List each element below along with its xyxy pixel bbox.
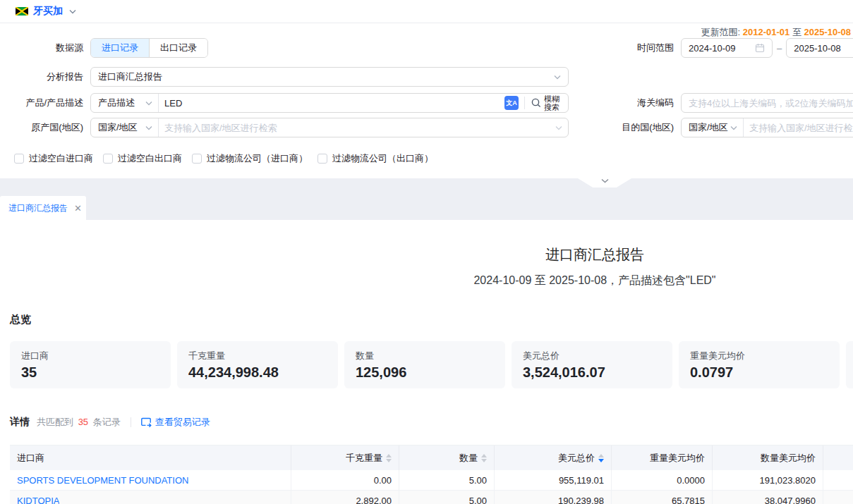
checkbox-box-icon[interactable]	[14, 154, 24, 164]
chevron-down-icon	[145, 125, 152, 130]
detail-header-row: 详情 共匹配到 35 条记录 查看贸易记录	[10, 416, 853, 429]
value-cell: 38,047.9960	[713, 491, 823, 504]
column-header[interactable]: 数量	[399, 445, 495, 470]
card-label: 进口商	[21, 350, 159, 362]
translate-icon[interactable]: 文A	[504, 96, 519, 110]
importer-table: 进口商千克重量数量美元总价重量美元均价数量美元均价 SPORTS DEVELOP…	[10, 445, 853, 504]
destination-compound-field: 国家/地区	[681, 118, 853, 137]
fuzzy-search-button[interactable]: 模糊搜索	[531, 94, 562, 111]
time-range-label: 时间范围	[614, 42, 681, 54]
tab-importer-summary-report[interactable]: 进口商汇总报告 ✕	[0, 196, 86, 220]
sort-desc-icon	[598, 459, 604, 462]
collapse-panel-handle[interactable]	[578, 178, 631, 188]
chevron-down-icon	[554, 75, 561, 80]
checkbox-box-icon[interactable]	[103, 154, 113, 164]
tab-export-records[interactable]: 出口记录	[149, 39, 207, 57]
checkbox-label: 过滤空白出口商	[118, 152, 182, 165]
data-source-label: 数据源	[0, 42, 90, 54]
destination-country-input[interactable]	[749, 123, 853, 133]
chevron-down-icon[interactable]	[69, 9, 76, 14]
value-cell: 65.7815	[612, 491, 713, 504]
divider	[131, 417, 131, 427]
date-end-input[interactable]: 2025-10-08	[786, 38, 853, 58]
importer-link[interactable]: KIDTOPIA	[17, 496, 59, 504]
card-value: 125,096	[356, 364, 494, 381]
topbar: 牙买加	[0, 0, 853, 23]
sort-asc-icon	[481, 454, 487, 457]
view-trade-records-label: 查看贸易记录	[155, 416, 210, 429]
origin-type-select[interactable]: 国家/地区	[91, 118, 159, 137]
empty-cell	[823, 470, 853, 490]
column-header-label: 数量美元均价	[761, 452, 816, 465]
card-label: 数量	[356, 350, 494, 362]
sort-caret-icon[interactable]	[386, 454, 392, 462]
column-header[interactable]: 千克重量	[291, 445, 399, 470]
column-header-label: 千克重量	[346, 452, 382, 465]
checkbox-box-icon[interactable]	[192, 154, 202, 164]
report-subtitle: 2024-10-09 至 2025-10-08，产品描述包含"LED"	[0, 273, 853, 288]
column-header[interactable]: 美元总价	[495, 445, 612, 470]
origin-country-input[interactable]	[164, 123, 555, 133]
analysis-report-value: 进口商汇总报告	[98, 70, 162, 83]
overview-card: 重量美元均价0.0797	[679, 341, 840, 388]
overview-card: 进口商35	[10, 341, 171, 388]
search-icon	[531, 97, 542, 109]
card-label: 重量美元均价	[690, 350, 828, 362]
column-header: 进口商	[10, 445, 291, 470]
overview-card: 千克重量44,234,998.48	[177, 341, 338, 388]
value-cell: 190,239.98	[495, 491, 612, 504]
date-start-input[interactable]: 2024-10-09	[681, 38, 773, 58]
value-cell: 955,119.01	[495, 470, 612, 490]
filter-checkboxes: 过滤空白进口商过滤空白出口商过滤物流公司（进口商）过滤物流公司（出口商）	[14, 152, 433, 165]
importer-cell: KIDTOPIA	[10, 491, 291, 504]
column-header: 数量美元均价	[713, 445, 823, 470]
product-type-select[interactable]: 产品描述	[91, 94, 159, 112]
card-value: 3,524,016.07	[523, 364, 661, 381]
analysis-report-select[interactable]: 进口商汇总报告	[90, 67, 569, 87]
filter-checkbox[interactable]: 过滤空白出口商	[103, 152, 182, 165]
overview-card: 数量125,096	[344, 341, 505, 388]
column-header-label: 重量美元均价	[650, 452, 705, 465]
card-value: 44,234,998.48	[188, 364, 327, 381]
calendar-icon	[755, 43, 765, 53]
tab-import-records[interactable]: 进口记录	[91, 39, 149, 57]
match-prefix: 共匹配到	[37, 417, 73, 427]
sort-caret-icon[interactable]	[598, 454, 604, 462]
jamaica-flag-icon	[16, 7, 28, 16]
sort-asc-icon	[598, 454, 604, 457]
update-range-start: 2012-01-01	[743, 27, 790, 37]
update-range-note: 更新范围: 2012-01-01 至 2025-10-08	[614, 26, 851, 39]
column-header-label: 进口商	[17, 452, 44, 465]
chevron-down-icon	[601, 178, 609, 183]
tab-strip: 进口商汇总报告 ✕	[0, 178, 853, 220]
checkbox-label: 过滤物流公司（进口商）	[207, 152, 308, 165]
date-range-separator: –	[777, 43, 782, 54]
value-cell: 0.00	[291, 470, 399, 490]
table-header-row: 进口商千克重量数量美元总价重量美元均价数量美元均价	[10, 445, 853, 470]
product-description-input[interactable]	[164, 98, 504, 109]
tab-label: 进口商汇总报告	[8, 202, 68, 214]
card-label: 千克重量	[188, 350, 327, 362]
match-count: 35	[78, 417, 88, 427]
filter-checkbox[interactable]: 过滤物流公司（出口商）	[317, 152, 433, 165]
value-cell: 5.00	[399, 491, 495, 504]
trade-records-icon	[141, 417, 152, 427]
hs-code-input[interactable]	[689, 98, 853, 109]
filter-checkbox[interactable]: 过滤空白进口商	[14, 152, 93, 165]
value-cell: 0.0000	[612, 470, 713, 490]
overview-card	[846, 341, 853, 388]
table-body: SPORTS DEVELOPMENT FOUNDATION0.005.00955…	[10, 470, 853, 504]
divider	[524, 97, 525, 109]
filter-checkbox[interactable]: 过滤物流公司（进口商）	[192, 152, 308, 165]
sort-caret-icon[interactable]	[481, 454, 487, 462]
destination-type-select[interactable]: 国家/地区	[682, 118, 744, 137]
card-label: 美元总价	[523, 350, 661, 362]
card-value: 35	[21, 364, 159, 381]
overview-cards: 进口商35千克重量44,234,998.48数量125,096美元总价3,524…	[10, 341, 853, 388]
country-selector-label[interactable]: 牙买加	[33, 5, 63, 18]
sort-asc-icon	[386, 454, 392, 457]
view-trade-records-link[interactable]: 查看贸易记录	[141, 416, 210, 429]
close-icon[interactable]: ✕	[74, 204, 82, 213]
importer-link[interactable]: SPORTS DEVELOPMENT FOUNDATION	[17, 475, 188, 486]
checkbox-box-icon[interactable]	[317, 154, 327, 164]
